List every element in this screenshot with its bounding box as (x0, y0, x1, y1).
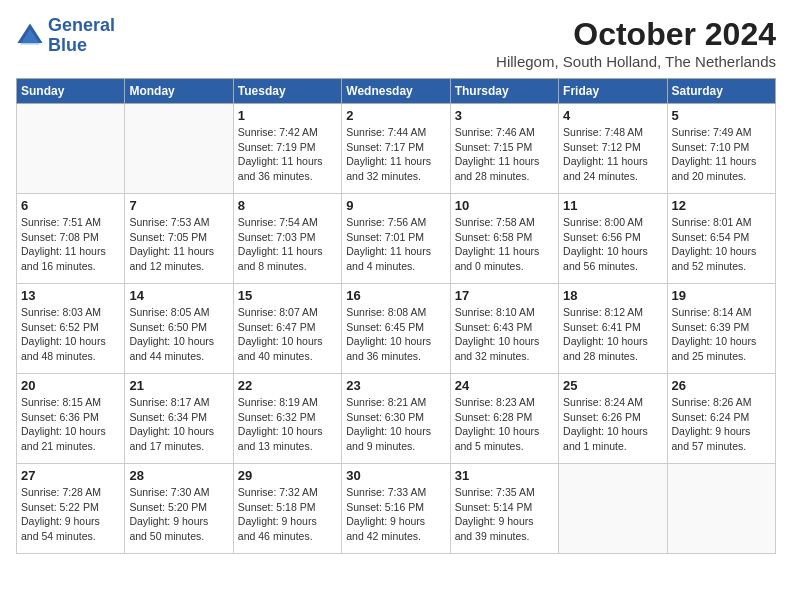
day-info: Sunrise: 7:30 AM Sunset: 5:20 PM Dayligh… (129, 485, 228, 544)
day-info: Sunrise: 8:12 AM Sunset: 6:41 PM Dayligh… (563, 305, 662, 364)
day-number: 14 (129, 288, 228, 303)
calendar-day-cell: 26Sunrise: 8:26 AM Sunset: 6:24 PM Dayli… (667, 374, 775, 464)
day-info: Sunrise: 7:48 AM Sunset: 7:12 PM Dayligh… (563, 125, 662, 184)
day-info: Sunrise: 7:58 AM Sunset: 6:58 PM Dayligh… (455, 215, 554, 274)
calendar-day-cell: 20Sunrise: 8:15 AM Sunset: 6:36 PM Dayli… (17, 374, 125, 464)
calendar-week-row: 6Sunrise: 7:51 AM Sunset: 7:08 PM Daylig… (17, 194, 776, 284)
day-number: 21 (129, 378, 228, 393)
day-number: 3 (455, 108, 554, 123)
day-number: 28 (129, 468, 228, 483)
weekday-header: Wednesday (342, 79, 450, 104)
day-number: 18 (563, 288, 662, 303)
calendar-day-cell (17, 104, 125, 194)
day-number: 2 (346, 108, 445, 123)
calendar-day-cell: 24Sunrise: 8:23 AM Sunset: 6:28 PM Dayli… (450, 374, 558, 464)
day-number: 31 (455, 468, 554, 483)
day-info: Sunrise: 7:51 AM Sunset: 7:08 PM Dayligh… (21, 215, 120, 274)
calendar-day-cell (667, 464, 775, 554)
day-number: 10 (455, 198, 554, 213)
day-info: Sunrise: 8:24 AM Sunset: 6:26 PM Dayligh… (563, 395, 662, 454)
day-info: Sunrise: 7:54 AM Sunset: 7:03 PM Dayligh… (238, 215, 337, 274)
day-info: Sunrise: 8:07 AM Sunset: 6:47 PM Dayligh… (238, 305, 337, 364)
day-number: 25 (563, 378, 662, 393)
day-number: 17 (455, 288, 554, 303)
day-number: 20 (21, 378, 120, 393)
day-info: Sunrise: 8:23 AM Sunset: 6:28 PM Dayligh… (455, 395, 554, 454)
day-number: 11 (563, 198, 662, 213)
weekday-header: Sunday (17, 79, 125, 104)
calendar-day-cell: 25Sunrise: 8:24 AM Sunset: 6:26 PM Dayli… (559, 374, 667, 464)
calendar-day-cell: 21Sunrise: 8:17 AM Sunset: 6:34 PM Dayli… (125, 374, 233, 464)
calendar-day-cell: 7Sunrise: 7:53 AM Sunset: 7:05 PM Daylig… (125, 194, 233, 284)
calendar-week-row: 20Sunrise: 8:15 AM Sunset: 6:36 PM Dayli… (17, 374, 776, 464)
day-number: 24 (455, 378, 554, 393)
day-info: Sunrise: 8:14 AM Sunset: 6:39 PM Dayligh… (672, 305, 771, 364)
logo-icon (16, 22, 44, 50)
calendar-day-cell: 29Sunrise: 7:32 AM Sunset: 5:18 PM Dayli… (233, 464, 341, 554)
calendar-header-row: SundayMondayTuesdayWednesdayThursdayFrid… (17, 79, 776, 104)
calendar-day-cell: 9Sunrise: 7:56 AM Sunset: 7:01 PM Daylig… (342, 194, 450, 284)
day-number: 29 (238, 468, 337, 483)
day-number: 15 (238, 288, 337, 303)
calendar-day-cell: 4Sunrise: 7:48 AM Sunset: 7:12 PM Daylig… (559, 104, 667, 194)
day-info: Sunrise: 8:10 AM Sunset: 6:43 PM Dayligh… (455, 305, 554, 364)
calendar-day-cell: 17Sunrise: 8:10 AM Sunset: 6:43 PM Dayli… (450, 284, 558, 374)
day-number: 4 (563, 108, 662, 123)
day-number: 13 (21, 288, 120, 303)
day-number: 27 (21, 468, 120, 483)
day-number: 19 (672, 288, 771, 303)
calendar-day-cell: 12Sunrise: 8:01 AM Sunset: 6:54 PM Dayli… (667, 194, 775, 284)
day-info: Sunrise: 7:53 AM Sunset: 7:05 PM Dayligh… (129, 215, 228, 274)
calendar-day-cell: 3Sunrise: 7:46 AM Sunset: 7:15 PM Daylig… (450, 104, 558, 194)
day-info: Sunrise: 8:08 AM Sunset: 6:45 PM Dayligh… (346, 305, 445, 364)
weekday-header: Saturday (667, 79, 775, 104)
day-info: Sunrise: 7:56 AM Sunset: 7:01 PM Dayligh… (346, 215, 445, 274)
calendar-day-cell: 19Sunrise: 8:14 AM Sunset: 6:39 PM Dayli… (667, 284, 775, 374)
calendar-day-cell: 22Sunrise: 8:19 AM Sunset: 6:32 PM Dayli… (233, 374, 341, 464)
calendar-week-row: 27Sunrise: 7:28 AM Sunset: 5:22 PM Dayli… (17, 464, 776, 554)
day-info: Sunrise: 7:46 AM Sunset: 7:15 PM Dayligh… (455, 125, 554, 184)
logo-text-line1: General (48, 16, 115, 36)
calendar-week-row: 1Sunrise: 7:42 AM Sunset: 7:19 PM Daylig… (17, 104, 776, 194)
calendar-week-row: 13Sunrise: 8:03 AM Sunset: 6:52 PM Dayli… (17, 284, 776, 374)
logo: General Blue (16, 16, 115, 56)
calendar-day-cell: 18Sunrise: 8:12 AM Sunset: 6:41 PM Dayli… (559, 284, 667, 374)
calendar-day-cell: 2Sunrise: 7:44 AM Sunset: 7:17 PM Daylig… (342, 104, 450, 194)
day-info: Sunrise: 7:49 AM Sunset: 7:10 PM Dayligh… (672, 125, 771, 184)
calendar-day-cell: 14Sunrise: 8:05 AM Sunset: 6:50 PM Dayli… (125, 284, 233, 374)
day-number: 16 (346, 288, 445, 303)
calendar-day-cell: 1Sunrise: 7:42 AM Sunset: 7:19 PM Daylig… (233, 104, 341, 194)
day-info: Sunrise: 7:33 AM Sunset: 5:16 PM Dayligh… (346, 485, 445, 544)
location-title: Hillegom, South Holland, The Netherlands (496, 53, 776, 70)
day-info: Sunrise: 7:44 AM Sunset: 7:17 PM Dayligh… (346, 125, 445, 184)
day-number: 5 (672, 108, 771, 123)
calendar-day-cell: 5Sunrise: 7:49 AM Sunset: 7:10 PM Daylig… (667, 104, 775, 194)
calendar-day-cell: 6Sunrise: 7:51 AM Sunset: 7:08 PM Daylig… (17, 194, 125, 284)
day-info: Sunrise: 7:35 AM Sunset: 5:14 PM Dayligh… (455, 485, 554, 544)
day-info: Sunrise: 8:26 AM Sunset: 6:24 PM Dayligh… (672, 395, 771, 454)
calendar-day-cell: 10Sunrise: 7:58 AM Sunset: 6:58 PM Dayli… (450, 194, 558, 284)
weekday-header: Friday (559, 79, 667, 104)
calendar-day-cell: 11Sunrise: 8:00 AM Sunset: 6:56 PM Dayli… (559, 194, 667, 284)
day-info: Sunrise: 8:03 AM Sunset: 6:52 PM Dayligh… (21, 305, 120, 364)
calendar-day-cell: 27Sunrise: 7:28 AM Sunset: 5:22 PM Dayli… (17, 464, 125, 554)
month-title: October 2024 (496, 16, 776, 53)
day-number: 30 (346, 468, 445, 483)
calendar-day-cell: 8Sunrise: 7:54 AM Sunset: 7:03 PM Daylig… (233, 194, 341, 284)
page-header: General Blue October 2024 Hillegom, Sout… (16, 16, 776, 70)
calendar-day-cell: 16Sunrise: 8:08 AM Sunset: 6:45 PM Dayli… (342, 284, 450, 374)
calendar-day-cell: 13Sunrise: 8:03 AM Sunset: 6:52 PM Dayli… (17, 284, 125, 374)
day-number: 9 (346, 198, 445, 213)
day-info: Sunrise: 7:42 AM Sunset: 7:19 PM Dayligh… (238, 125, 337, 184)
weekday-header: Tuesday (233, 79, 341, 104)
day-number: 12 (672, 198, 771, 213)
weekday-header: Monday (125, 79, 233, 104)
day-number: 6 (21, 198, 120, 213)
day-number: 22 (238, 378, 337, 393)
day-number: 8 (238, 198, 337, 213)
day-number: 23 (346, 378, 445, 393)
calendar-day-cell: 31Sunrise: 7:35 AM Sunset: 5:14 PM Dayli… (450, 464, 558, 554)
day-info: Sunrise: 8:15 AM Sunset: 6:36 PM Dayligh… (21, 395, 120, 454)
day-info: Sunrise: 7:28 AM Sunset: 5:22 PM Dayligh… (21, 485, 120, 544)
day-number: 1 (238, 108, 337, 123)
